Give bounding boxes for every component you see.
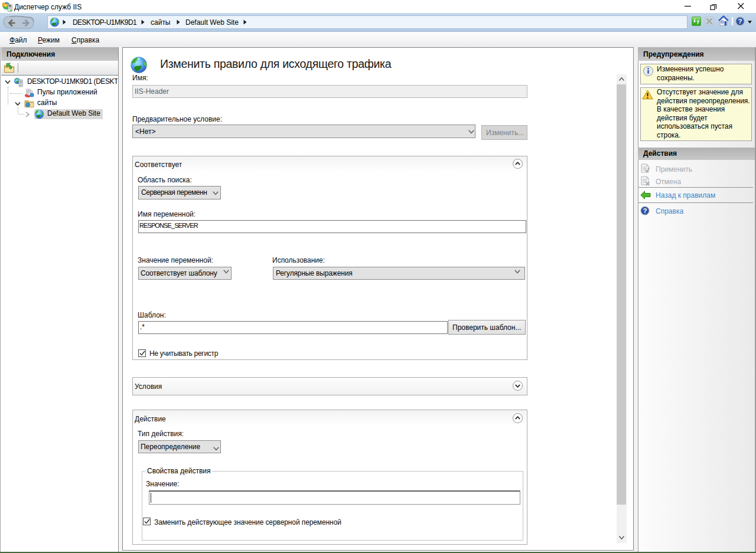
svg-text:?: ? [738, 18, 742, 25]
svg-text:?: ? [643, 207, 647, 214]
